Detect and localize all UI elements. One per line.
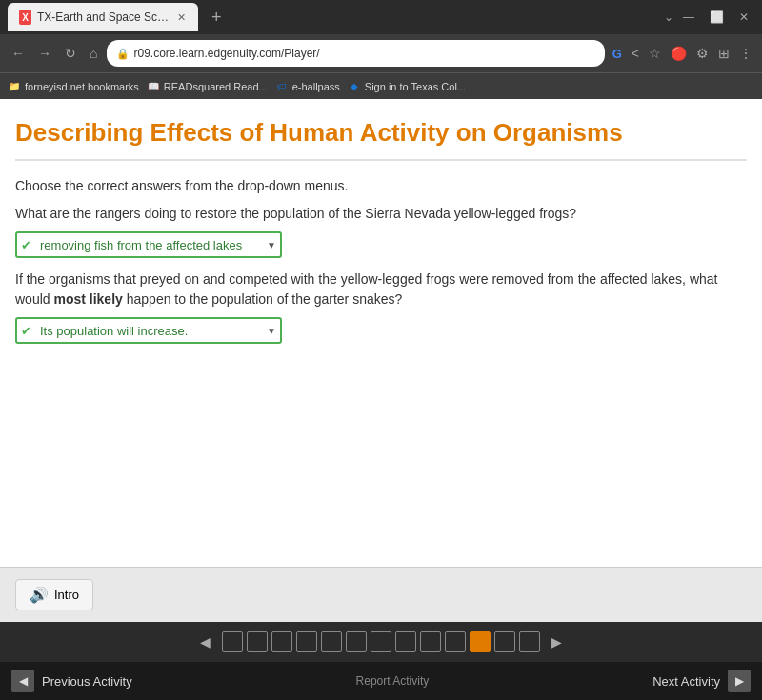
window-controls: ⌄ — ⬜ ✕ [664,9,754,26]
bookmark-forneyisd-label: forneyisd.net bookmarks [25,81,139,92]
pagination-dot-12[interactable] [494,631,515,652]
pagination-dot-9[interactable] [420,631,441,652]
next-arrow-button[interactable]: ▶ [728,670,751,692]
intro-button[interactable]: 🔊 Intro [15,579,93,610]
bottom-navigation: ◀ Previous Activity Report Activity Next… [0,662,762,700]
question2-part1: If the organisms that preyed on and comp… [15,271,686,287]
pagination-dots [222,631,540,652]
dropdown2-select[interactable]: Its population will increase. Its popula… [15,317,282,344]
address-bar: ← → ↻ ⌂ 🔒 r09.core.learn.edgenuity.com/P… [0,34,762,72]
back-button[interactable]: ← [8,44,29,63]
share-icon[interactable]: < [630,44,641,63]
intro-button-label: Intro [54,588,79,602]
pagination-dot-6[interactable] [346,631,367,652]
dropdown2-wrapper: ✔ Its population will increase. Its popu… [15,317,282,344]
pagination-prev-arrow[interactable]: ◀ [192,630,218,653]
pagination-dot-11[interactable] [470,631,491,652]
speaker-icon: 🔊 [30,586,49,604]
address-text: r09.core.learn.edgenuity.com/Player/ [133,47,319,60]
bookmark-folder-icon: 📁 [8,80,21,93]
reader-icon[interactable]: ⊞ [716,44,732,63]
instructions-text: Choose the correct answers from the drop… [15,176,747,196]
title-bar: X TX-Earth and Space Science B · ✕ + ⌄ —… [0,0,762,34]
pagination-dot-2[interactable] [247,631,268,652]
bookmark-ehallpass-label: e-hallpass [292,81,340,92]
pagination-dot-7[interactable] [371,631,391,652]
bookmark-texas-icon: ◆ [348,80,361,93]
pagination-dot-10[interactable] [445,631,466,652]
bookmark-readsquared[interactable]: 📖 READsquared Read... [147,80,268,93]
pagination-dot-5[interactable] [321,631,342,652]
home-button[interactable]: ⌂ [86,44,101,63]
report-activity-link[interactable]: Report Activity [356,674,430,688]
dropdown2-container: ✔ Its population will increase. Its popu… [15,317,747,344]
forward-button[interactable]: → [34,44,55,63]
question2-text: If the organisms that preyed on and comp… [15,270,747,310]
previous-activity-button[interactable]: Previous Activity [42,674,132,689]
dropdown1-container: ✔ removing fish from the affected lakes … [15,231,747,258]
address-input[interactable]: 🔒 r09.core.learn.edgenuity.com/Player/ [107,40,604,67]
pagination-bar: ◀ ▶ [0,622,762,662]
google-icon[interactable]: G [611,45,624,63]
question2-bold: most likely [53,291,122,307]
reload-button[interactable]: ↻ [61,44,80,63]
bookmarks-bar: 📁 forneyisd.net bookmarks 📖 READsquared … [0,72,762,99]
bookmark-hallpass-icon: 🏷 [275,80,289,93]
bookmark-read-icon: 📖 [147,80,160,93]
pagination-dot-13[interactable] [519,631,540,652]
restore-button[interactable]: ⬜ [704,9,730,26]
lock-icon: 🔒 [116,48,130,60]
question2-part3: happen to the population of the garter s… [123,291,402,307]
dropdown1-select[interactable]: removing fish from the affected lakes ad… [15,231,282,258]
prev-arrow-button[interactable]: ◀ [11,670,34,692]
tab-title: TX-Earth and Space Science B · [37,10,170,24]
page-title: Describing Effects of Human Activity on … [15,118,747,161]
next-nav-group: Next Activity ▶ [652,670,751,692]
bookmark-forneyisd[interactable]: 📁 forneyisd.net bookmarks [8,80,139,93]
bookmark-readsquared-label: READsquared Read... [164,81,268,92]
tab-close-button[interactable]: ✕ [176,10,187,24]
bookmark-ehallpass[interactable]: 🏷 e-hallpass [275,80,340,93]
page-content: Describing Effects of Human Activity on … [0,99,762,567]
prev-nav-group: ◀ Previous Activity [11,670,132,692]
bookmark-texas-label: Sign in to Texas Col... [365,81,466,92]
close-button[interactable]: ✕ [733,9,754,26]
tab-favicon: X [19,10,31,25]
extension-icon1[interactable]: 🔴 [669,44,689,63]
window-menu-icon: ⌄ [664,10,673,24]
question2-container: If the organisms that preyed on and comp… [15,270,747,310]
next-activity-label: Next Activity [652,674,720,689]
dropdown1-wrapper: ✔ removing fish from the affected lakes … [15,231,282,258]
new-tab-button[interactable]: + [204,6,230,30]
extension-icon2[interactable]: ⚙ [694,44,711,63]
bookmark-texas-col[interactable]: ◆ Sign in to Texas Col... [348,80,466,93]
star-icon[interactable]: ☆ [647,44,663,63]
pagination-next-arrow[interactable]: ▶ [544,630,570,653]
browser-tab[interactable]: X TX-Earth and Space Science B · ✕ [8,3,198,31]
pagination-dot-8[interactable] [395,631,416,652]
toolbar-icons: G < ☆ 🔴 ⚙ ⊞ ⋮ [611,44,754,63]
menu-button[interactable]: ⋮ [737,44,754,63]
browser-chrome: X TX-Earth and Space Science B · ✕ + ⌄ —… [0,0,762,99]
minimize-button[interactable]: — [677,9,700,26]
pagination-dot-3[interactable] [271,631,292,652]
next-activity-button[interactable]: Next Activity [652,674,720,689]
pagination-dot-4[interactable] [296,631,317,652]
question1-text: What are the rangers doing to restore th… [15,204,747,224]
bottom-toolbar: 🔊 Intro [0,567,762,622]
pagination-dot-1[interactable] [222,631,243,652]
previous-activity-label: Previous Activity [42,674,132,689]
